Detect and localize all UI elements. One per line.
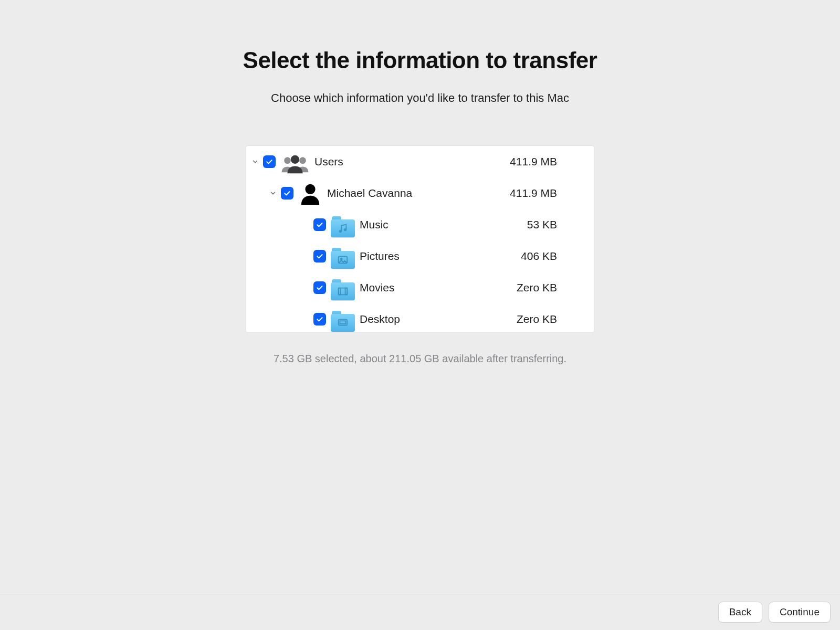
svg-rect-12	[340, 321, 346, 324]
svg-point-0	[284, 157, 291, 164]
tree-label: Movies	[360, 281, 395, 294]
page-subtitle: Choose which information you'd like to t…	[271, 91, 569, 105]
svg-point-7	[340, 258, 342, 260]
tree-label: Music	[360, 218, 388, 231]
tree-size: 411.9 MB	[510, 187, 557, 200]
tree-row-folder[interactable]: Desktop Zero KB	[246, 303, 594, 332]
chevron-down-icon[interactable]	[268, 190, 278, 197]
checkbox-user[interactable]	[281, 187, 293, 200]
svg-rect-10	[345, 288, 348, 295]
tree-label: Users	[314, 155, 343, 168]
tree-size: 53 KB	[527, 218, 557, 231]
svg-rect-8	[339, 288, 348, 295]
page-title: Select the information to transfer	[243, 47, 597, 74]
tree-row-folder[interactable]: Pictures 406 KB	[246, 240, 594, 272]
movies-folder-icon	[330, 275, 355, 300]
svg-point-4	[339, 230, 342, 233]
footer-bar: Back Continue	[0, 594, 840, 630]
tree-size: 406 KB	[521, 250, 557, 262]
desktop-folder-icon	[330, 307, 355, 332]
svg-point-2	[291, 155, 299, 164]
checkbox-users[interactable]	[263, 155, 276, 168]
tree-size: Zero KB	[517, 313, 557, 326]
chevron-down-icon[interactable]	[250, 158, 260, 165]
continue-button[interactable]: Continue	[769, 602, 831, 623]
checkbox-folder[interactable]	[313, 250, 326, 262]
tree-row-users[interactable]: Users 411.9 MB	[246, 146, 594, 177]
checkbox-folder[interactable]	[313, 281, 326, 294]
tree-row-folder[interactable]: Music 53 KB	[246, 209, 594, 240]
selection-panel: Users 411.9 MB Michael Cavanna 411.9 MB	[246, 146, 594, 332]
main-content: Select the information to transfer Choos…	[0, 0, 840, 594]
svg-point-5	[344, 228, 346, 231]
tree-row-user[interactable]: Michael Cavanna 411.9 MB	[246, 177, 594, 209]
svg-point-3	[305, 184, 315, 194]
music-folder-icon	[330, 212, 355, 237]
svg-rect-9	[339, 288, 341, 295]
back-button[interactable]: Back	[718, 602, 762, 623]
tree-size: Zero KB	[517, 281, 557, 294]
users-group-icon	[280, 149, 310, 174]
person-icon	[298, 181, 323, 206]
svg-point-1	[299, 157, 306, 164]
tree-label: Desktop	[360, 313, 400, 326]
pictures-folder-icon	[330, 244, 355, 269]
status-text: 7.53 GB selected, about 211.05 GB availa…	[274, 353, 566, 365]
tree-row-folder[interactable]: Movies Zero KB	[246, 272, 594, 303]
tree-label: Michael Cavanna	[327, 187, 412, 200]
checkbox-folder[interactable]	[313, 313, 326, 326]
tree-label: Pictures	[360, 250, 400, 262]
checkbox-folder[interactable]	[313, 218, 326, 231]
tree-size: 411.9 MB	[510, 155, 557, 168]
